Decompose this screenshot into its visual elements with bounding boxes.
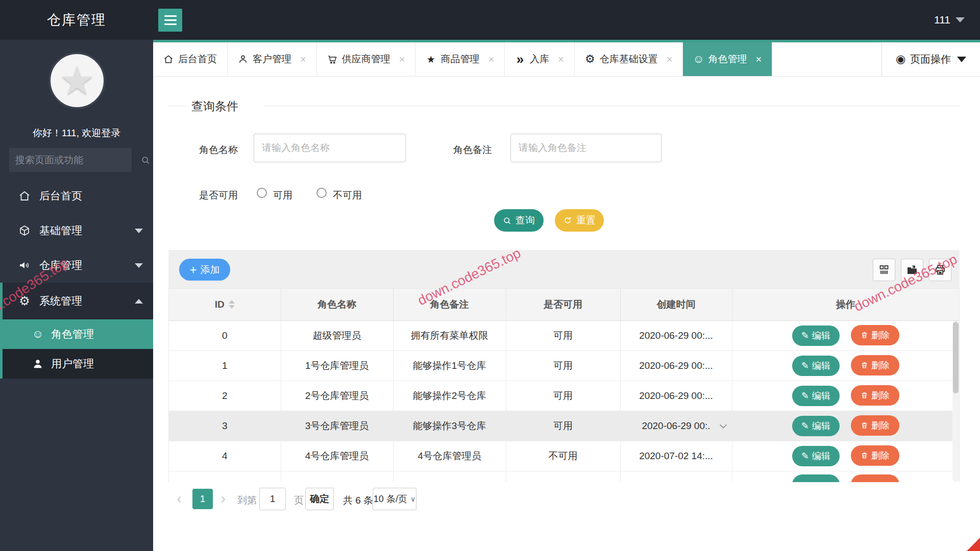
legend-line — [263, 106, 960, 106]
reset-button[interactable]: 重置 — [555, 209, 604, 232]
tab-label: 供应商管理 — [342, 53, 390, 66]
close-icon[interactable]: × — [667, 54, 673, 65]
search-button[interactable]: 查询 — [494, 209, 544, 232]
tab-customers[interactable]: 客户管理 × — [228, 42, 317, 76]
roles-table: ID 角色名称 角色备注 是否可用 创建时间 操作 0 超级管理员 拥有所有菜单… — [168, 288, 960, 482]
tab-products[interactable]: ★ 商品管理 × — [415, 42, 505, 76]
delete-button[interactable] — [851, 474, 899, 482]
query-legend: 查询条件 — [191, 98, 238, 114]
sidebar: ★ 你好！111, 欢迎登录 后台首页 基础管理 仓库管理 — [0, 40, 153, 551]
radio-disabled[interactable] — [316, 188, 327, 198]
cell-id: 0 — [169, 320, 281, 350]
edit-button[interactable] — [792, 474, 840, 482]
gear-icon: ⚙ — [18, 294, 31, 308]
tab-inbound[interactable]: » 入库 × — [505, 42, 575, 76]
table-row-partial[interactable] — [169, 471, 959, 482]
edit-button[interactable]: ✎编辑 — [792, 386, 840, 406]
plus-icon: + — [189, 264, 197, 276]
close-icon[interactable]: × — [300, 54, 306, 65]
close-icon[interactable]: × — [399, 54, 405, 65]
magnifier-icon — [503, 216, 511, 225]
role-remark-input[interactable] — [510, 134, 662, 162]
radio-enabled[interactable] — [257, 188, 267, 198]
columns-toggle-button[interactable] — [873, 259, 895, 281]
add-button-label: 添加 — [201, 263, 220, 277]
page-size-select[interactable]: 10 条/页 ∨ — [373, 488, 416, 510]
cell-created: 2020-06-29 00:... — [620, 320, 732, 350]
close-icon[interactable]: × — [755, 54, 762, 65]
table-row[interactable]: 2 2号仓库管理员 能够操作2号仓库 可用 2020-06-29 00:... … — [169, 381, 959, 411]
delete-button[interactable]: 删除 — [851, 385, 899, 406]
sidebar-search[interactable] — [9, 148, 132, 172]
print-button[interactable] — [929, 259, 951, 281]
delete-button[interactable]: 删除 — [851, 445, 899, 466]
columns-icon — [878, 264, 890, 276]
prev-page-button[interactable]: ‹ — [177, 488, 182, 509]
edit-button[interactable]: ✎编辑 — [792, 446, 840, 466]
page-operations-dropdown[interactable]: ◉ 页面操作 — [881, 42, 980, 76]
next-page-button[interactable]: › — [220, 488, 226, 509]
chevron-down-icon — [135, 263, 143, 268]
sidebar-item-warehouse[interactable]: 仓库管理 — [0, 248, 153, 283]
current-page-button[interactable]: 1 — [192, 489, 213, 509]
col-header-enabled: 是否可用 — [506, 289, 620, 320]
table-row[interactable]: 0 超级管理员 拥有所有菜单权限 可用 2020-06-29 00:... ✎编… — [169, 320, 959, 350]
sidebar-item-user-management[interactable]: 用户管理 — [0, 349, 153, 379]
edit-button[interactable]: ✎编辑 — [792, 325, 840, 346]
edit-button[interactable]: ✎编辑 — [792, 416, 840, 436]
cell-remark: 4号仓库管理员 — [393, 441, 506, 471]
legend-line — [168, 106, 187, 106]
trash-icon — [861, 452, 868, 459]
sort-icon[interactable] — [229, 300, 235, 309]
export-button[interactable] — [901, 259, 923, 281]
sidebar-item-home[interactable]: 后台首页 — [0, 179, 153, 213]
edit-button[interactable]: ✎编辑 — [792, 356, 840, 376]
home-icon — [163, 54, 174, 64]
confirm-page-button[interactable]: 确定 — [305, 488, 334, 510]
user-menu[interactable]: 111 — [934, 0, 965, 40]
tab-home[interactable]: 后台首页 — [153, 42, 228, 76]
cell-name: 2号仓库管理员 — [281, 381, 393, 411]
delete-button[interactable]: 删除 — [851, 355, 899, 375]
sidebar-item-label: 后台首页 — [39, 189, 82, 203]
table-scrollbar[interactable] — [952, 321, 959, 482]
cell-created: 2020-06-29 00:... — [620, 381, 732, 411]
chevron-up-icon — [135, 299, 143, 304]
row-expand-chevron-icon[interactable] — [718, 420, 729, 432]
role-name-label: 角色名称 — [199, 143, 238, 157]
goto-page-input[interactable] — [259, 488, 286, 510]
col-header-id[interactable]: ID — [169, 289, 281, 320]
add-button[interactable]: + 添加 — [179, 259, 230, 281]
star-avatar-icon: ★ — [59, 61, 95, 101]
pencil-icon: ✎ — [801, 390, 809, 402]
cell-created: 2020-06-29 00:. — [642, 420, 710, 431]
sidebar-search-input[interactable] — [15, 155, 140, 166]
table-row[interactable]: 1 1号仓库管理员 能够操作1号仓库 可用 2020-06-29 00:... … — [169, 350, 959, 381]
cell-remark: 能够操作1号仓库 — [393, 350, 506, 381]
scrollbar-thumb[interactable] — [953, 322, 959, 393]
trash-icon — [861, 421, 868, 429]
sidebar-item-basic[interactable]: 基础管理 — [0, 213, 153, 248]
trash-icon — [861, 361, 868, 369]
delete-button[interactable]: 删除 — [851, 415, 899, 436]
role-name-input[interactable] — [254, 134, 406, 162]
app-title: 仓库管理 — [0, 0, 153, 40]
printer-icon — [934, 264, 946, 276]
close-icon[interactable]: × — [558, 54, 564, 65]
tab-role-management[interactable]: ☺ 角色管理 × — [683, 42, 772, 76]
close-icon[interactable]: × — [488, 54, 494, 65]
cell-name: 4号仓库管理员 — [281, 441, 393, 471]
sidebar-item-role-management[interactable]: ☺ 角色管理 — [0, 319, 153, 349]
search-button-label: 查询 — [516, 214, 535, 227]
sidebar-item-system[interactable]: ⚙ 系统管理 — [0, 283, 153, 319]
sidebar-toggle-button[interactable] — [158, 9, 182, 32]
trash-icon — [861, 391, 868, 399]
tab-suppliers[interactable]: 供应商管理 × — [317, 42, 416, 76]
table-row-highlighted[interactable]: 3 3号仓库管理员 能够操作3号仓库 可用 2020-06-29 00:. ✎编… — [169, 411, 959, 441]
tab-warehouse-settings[interactable]: ⚙ 仓库基础设置 × — [575, 42, 683, 76]
delete-button[interactable]: 删除 — [851, 325, 899, 345]
double-chevron-icon: » — [515, 54, 525, 64]
table-row[interactable]: 4 4号仓库管理员 4号仓库管理员 不可用 2020-07-02 14:... … — [169, 441, 959, 471]
user-icon — [32, 358, 44, 370]
home-icon — [18, 189, 31, 203]
